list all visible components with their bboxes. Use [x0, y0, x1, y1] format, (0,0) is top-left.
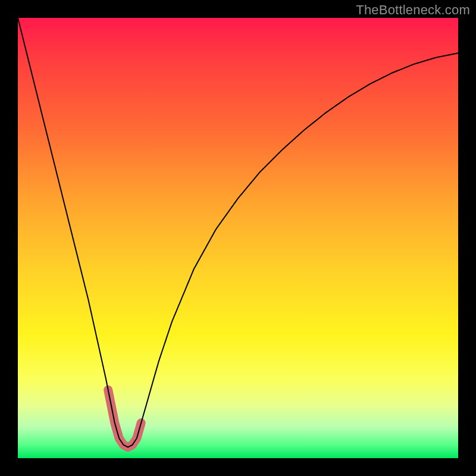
watermark-text: TheBottleneck.com	[356, 2, 470, 18]
chart-frame: TheBottleneck.com	[0, 0, 476, 476]
chart-main-curve	[18, 18, 458, 447]
chart-svg	[18, 18, 458, 458]
chart-plot-area	[18, 18, 458, 458]
